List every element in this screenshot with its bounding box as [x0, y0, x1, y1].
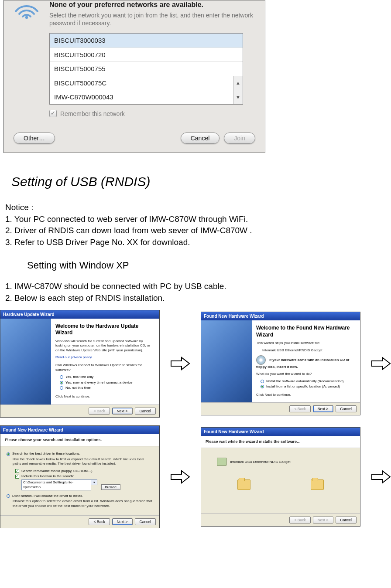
- wizard-question: Can Windows connect to Windows Update to…: [55, 363, 155, 372]
- other-button[interactable]: Other…: [14, 133, 55, 144]
- step-intro: 2. Below is each step of RNDIS installat…: [5, 293, 391, 304]
- sub-title: Setting with Window XP: [27, 259, 391, 272]
- radio-option[interactable]: Don't search. I will choose the driver t…: [7, 494, 153, 498]
- next-button[interactable]: Next >: [112, 518, 133, 525]
- wizard-panel-3: Found New Hardware Wizard Please choose …: [0, 425, 160, 529]
- network-row[interactable]: BISCUIT5000755: [50, 62, 243, 76]
- cd-icon: [256, 355, 266, 365]
- radio-icon: [60, 386, 63, 390]
- network-name: BISCUIT5000720: [54, 51, 106, 58]
- section-title: Setting of USB (RNDIS): [11, 173, 391, 190]
- wizard-heading: Please choose your search and installati…: [5, 438, 102, 442]
- click-next: Click Next to continue.: [55, 394, 155, 399]
- arrow-icon: [371, 469, 391, 485]
- radio-icon: [7, 494, 10, 498]
- notice-item: 3. Refer to USB Driver Page No. XX for d…: [5, 237, 391, 248]
- checkbox-icon: ✓: [15, 469, 19, 473]
- cd-hint: If your hardware came with an installati…: [256, 358, 349, 369]
- airport-icon: [12, 0, 41, 20]
- next-button[interactable]: Next >: [112, 408, 133, 415]
- device-name: Infomark USB Ethernet/RNDIS Gadget: [230, 460, 291, 464]
- folder-icon: [311, 479, 324, 490]
- wizard-panel-1: Hardware Update Wizard Welcome to the Ha…: [0, 310, 160, 418]
- notice-item: 1. Your PC connected to web server of IM…: [5, 214, 391, 225]
- checkbox-option[interactable]: ✓Include this location in the search:: [15, 474, 153, 479]
- wizard-panel-2: Found New Hardware Wizard Welcome to the…: [201, 312, 360, 415]
- wizard-side-graphic: [201, 320, 252, 402]
- path-input[interactable]: C:\Documents and Settings\info-xp\Deskto…: [21, 479, 91, 490]
- cancel-button[interactable]: Cancel: [336, 405, 357, 412]
- device-name: Infomark USB Ethernet/RNDIS Gadget: [262, 348, 356, 353]
- cancel-button[interactable]: Cancel: [135, 518, 156, 525]
- network-row[interactable]: IMW-C870W000043 ▼: [50, 90, 243, 104]
- checkbox-option[interactable]: ✓Search removable media (floppy, CD-ROM……: [15, 469, 153, 473]
- remember-label: Remember this network: [60, 110, 125, 118]
- network-row[interactable]: BISCUIT500075C ▲: [50, 76, 243, 91]
- step-intro: 1. IMW-C870W should be connected with PC…: [5, 281, 391, 292]
- device-icon: [217, 458, 226, 466]
- svg-point-0: [25, 16, 28, 19]
- back-button[interactable]: < Back: [289, 405, 310, 412]
- radio-icon: [60, 381, 63, 384]
- airport-title: None of your preferred networks are avai…: [49, 0, 257, 10]
- radio-option[interactable]: Yes, this time only: [60, 375, 155, 379]
- wizard-side-graphic: [0, 319, 51, 404]
- wizard-heading: Welcome to the Found New Hardware Wizard: [256, 325, 356, 338]
- checkbox-icon: ✓: [15, 475, 19, 479]
- next-button[interactable]: Next >: [313, 405, 333, 412]
- cancel-button[interactable]: Cancel: [181, 133, 220, 144]
- arrow-icon: [170, 356, 190, 371]
- network-name: BISCUIT5000755: [54, 65, 106, 72]
- radio-icon: [261, 380, 264, 383]
- privacy-link[interactable]: Read our privacy policy: [55, 355, 92, 359]
- radio-option[interactable]: Search for the best driver in these loca…: [7, 452, 153, 456]
- cancel-button[interactable]: Cancel: [336, 517, 357, 523]
- airport-subtitle: Select the network you want to join from…: [49, 11, 257, 27]
- join-button[interactable]: Join: [224, 133, 255, 144]
- notice-label: Notice :: [5, 202, 391, 213]
- airport-dialog: None of your preferred networks are avai…: [3, 0, 265, 153]
- network-row[interactable]: BISCUIT5000720: [50, 48, 243, 62]
- folder-icon: [237, 479, 250, 490]
- radio-icon: [60, 375, 63, 379]
- next-button: Next >: [313, 517, 333, 523]
- wizard-titlebar: Hardware Update Wizard: [0, 310, 159, 319]
- option-desc: Choose this option to select the device …: [13, 499, 153, 508]
- radio-option[interactable]: Install the software automatically (Reco…: [261, 379, 356, 384]
- wizard-titlebar: Found New Hardware Wizard: [0, 426, 159, 434]
- network-list[interactable]: BISCUIT3000033 BISCUIT5000720 BISCUIT500…: [49, 33, 243, 105]
- network-name: BISCUIT500075C: [54, 79, 106, 87]
- radio-icon: [261, 385, 264, 388]
- radio-option[interactable]: Install from a list or specific location…: [261, 384, 356, 389]
- dropdown-icon[interactable]: ▾: [91, 479, 97, 485]
- notice-item: 2. Driver of RNDIS can down load from we…: [5, 225, 391, 236]
- back-button[interactable]: < Back: [89, 518, 110, 525]
- wizard-heading: Please wait while the wizard installs th…: [206, 439, 301, 444]
- back-button[interactable]: < Back: [89, 408, 110, 415]
- remember-checkbox[interactable]: ✓: [49, 110, 57, 117]
- scroll-up-icon[interactable]: ▲: [233, 76, 243, 90]
- network-row[interactable]: BISCUIT3000033: [50, 34, 243, 48]
- browse-button[interactable]: Browse: [101, 484, 121, 490]
- wizard-heading: Welcome to the Hardware Update Wizard: [55, 323, 155, 336]
- radio-option[interactable]: Yes, now and every time I connect a devi…: [60, 381, 155, 385]
- radio-icon: [7, 452, 10, 456]
- arrow-icon: [170, 469, 190, 485]
- click-next: Click Next to continue.: [256, 393, 356, 397]
- scroll-down-icon[interactable]: ▼: [233, 90, 243, 104]
- wizard-panel-4: Found New Hardware Wizard Please wait wh…: [201, 427, 360, 527]
- arrow-icon: [371, 356, 391, 371]
- wizard-desc: This wizard helps you install software f…: [256, 341, 356, 345]
- wizard-titlebar: Found New Hardware Wizard: [201, 312, 360, 320]
- wizard-question: What do you want the wizard to do?: [256, 372, 356, 376]
- cancel-button[interactable]: Cancel: [135, 408, 156, 415]
- radio-option[interactable]: No, not this time: [60, 386, 155, 390]
- network-name: BISCUIT3000033: [54, 37, 106, 44]
- remember-network-row[interactable]: ✓ Remember this network: [49, 110, 257, 118]
- network-name: IMW-C870W000043: [54, 93, 113, 101]
- wizard-titlebar: Found New Hardware Wizard: [201, 428, 360, 436]
- wizard-desc: Windows will search for current and upda…: [55, 339, 155, 353]
- back-button: < Back: [289, 517, 310, 523]
- option-desc: Use the check boxes below to limit or ex…: [13, 457, 153, 466]
